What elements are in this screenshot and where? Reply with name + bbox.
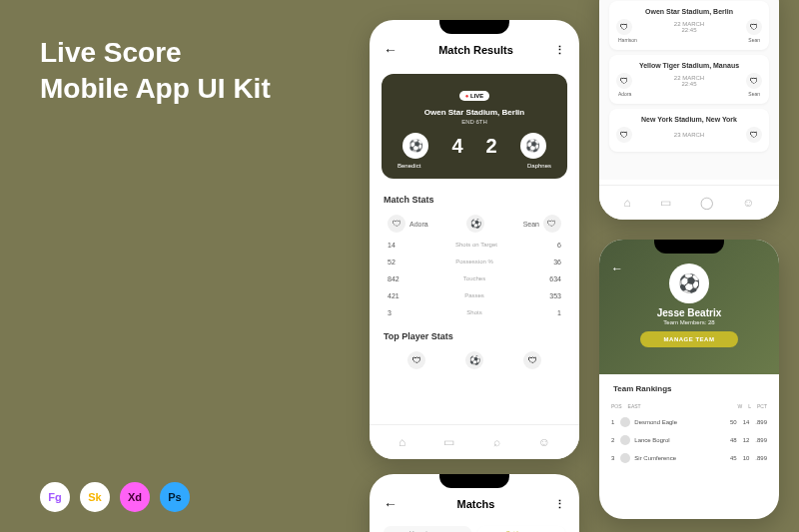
nav-profile-icon[interactable]: ☺ <box>538 435 550 449</box>
tab-mono-league[interactable]: Mono League <box>384 526 471 532</box>
rank-avatar-icon <box>620 435 630 445</box>
mc-time: 22:45 <box>674 81 704 87</box>
notch <box>654 240 724 254</box>
stat-label: Shots <box>466 309 481 316</box>
top-player-title: Top Player Stats <box>370 321 579 347</box>
col-w: W <box>737 403 742 409</box>
player-badge-icon: 🛡 <box>407 351 425 369</box>
stat-away: 634 <box>549 275 561 282</box>
home-team-name: Benedict <box>398 163 420 169</box>
back-icon[interactable]: ← <box>611 262 623 275</box>
rank-pct: .899 <box>755 455 767 461</box>
stats-home-name: Adora <box>409 221 428 228</box>
notch <box>439 474 509 488</box>
stat-label: Shots on Target <box>455 242 497 249</box>
mc-stadium: Yellow Tiger Stadium, Manaus <box>616 62 762 69</box>
stat-row: 421Passes353 <box>370 287 579 304</box>
team-members: Team Members: 28 <box>599 319 779 325</box>
stats-away-name: Sean <box>523 221 539 228</box>
stats-away-icon: 🛡 <box>543 215 561 233</box>
more-icon[interactable]: ⋮ <box>554 498 565 511</box>
profile-hero: ← ⚽ Jesse Beatrix Team Members: 28 MANAG… <box>599 240 779 374</box>
rank-l: 10 <box>743 455 750 461</box>
rank-pos: 1 <box>611 419 614 425</box>
away-team-name: Daphnes <box>527 163 551 169</box>
mc-home: Harrison <box>618 37 637 43</box>
mc-stadium: Owen Star Stadium, Berlin <box>616 8 762 15</box>
stats-center-icon: ⚽ <box>466 215 484 233</box>
stat-away: 6 <box>557 242 561 249</box>
match-period: END 6TH <box>392 119 557 125</box>
page-title: Live Score Mobile App UI Kit <box>40 35 271 108</box>
nav-search-icon[interactable]: ⌕ <box>493 435 500 449</box>
mc-away: Sean <box>748 91 760 97</box>
mc-date: 23 MARCH <box>674 132 704 138</box>
away-badge-icon: 🛡 <box>746 127 762 143</box>
stat-label: Possession % <box>455 259 493 266</box>
rank-w: 48 <box>730 437 737 443</box>
rank-name: Lance Bogrol <box>634 437 669 443</box>
match-card[interactable]: Yellow Tiger Stadium, Manaus🛡22 MARCH22:… <box>609 55 769 104</box>
profile-name: Jesse Beatrix <box>599 307 779 318</box>
nav-chat-icon[interactable]: ◯ <box>700 196 713 210</box>
stat-row: 3Shots1 <box>370 304 579 321</box>
stats-section-title: Match Stats <box>370 185 579 211</box>
live-badge: LIVE <box>459 91 490 101</box>
match-card[interactable]: Owen Star Stadium, Berlin🛡22 MARCH22:45🛡… <box>609 1 769 50</box>
player-badge-icon: 🛡 <box>523 351 541 369</box>
stat-away: 353 <box>549 292 561 299</box>
away-badge-icon: 🛡 <box>746 19 762 35</box>
rank-name: Desmond Eagle <box>634 419 677 425</box>
col-l: L <box>748 403 751 409</box>
rank-w: 45 <box>730 455 737 461</box>
mc-time: 22:45 <box>674 27 704 33</box>
stat-label: Passes <box>464 292 484 299</box>
back-icon[interactable]: ← <box>384 42 398 58</box>
nav-home-icon[interactable]: ⌂ <box>399 435 405 449</box>
stat-home: 52 <box>388 259 396 266</box>
home-score: 4 <box>451 135 462 158</box>
screen-matches: ← Matchs ⋮ Mono League Spi League New Yo… <box>370 474 579 532</box>
home-badge-icon: 🛡 <box>616 19 632 35</box>
stat-row: 52Possession %36 <box>370 254 579 270</box>
tab-spi-league[interactable]: Spi League <box>477 526 565 532</box>
match-card[interactable]: New York Stadium, New York🛡23 MARCH🛡 <box>609 109 769 152</box>
notch <box>439 20 509 34</box>
more-icon[interactable]: ⋮ <box>554 44 565 57</box>
col-east: EAST <box>628 403 732 409</box>
rank-avatar-icon <box>620 417 630 427</box>
rank-w: 50 <box>730 419 737 425</box>
rank-name: Sir Cumference <box>634 455 676 461</box>
tool-icons: Fg Sk Xd Ps <box>40 482 190 512</box>
live-score-card: LIVE Owen Star Stadium, Berlin END 6TH ⚽… <box>382 74 567 179</box>
home-badge-icon: ⚽ <box>402 133 428 159</box>
rank-row: 2Lance Bogrol4812.899 <box>599 431 779 449</box>
rank-l: 14 <box>743 419 750 425</box>
title-line-2: Mobile App UI Kit <box>40 71 271 107</box>
back-icon[interactable]: ← <box>384 496 398 512</box>
away-badge-icon: 🛡 <box>746 73 762 89</box>
rank-l: 12 <box>743 437 750 443</box>
away-score: 2 <box>485 135 496 158</box>
rankings-title: Team Rankings <box>599 374 779 399</box>
away-badge-icon: ⚽ <box>520 133 546 159</box>
photoshop-icon: Ps <box>160 482 190 512</box>
nav-calendar-icon[interactable]: ▭ <box>443 435 454 449</box>
home-badge-icon: 🛡 <box>616 73 632 89</box>
rank-avatar-icon <box>620 453 630 463</box>
bottom-nav: ⌂ ▭ ◯ ☺ <box>599 185 779 220</box>
rank-pct: .899 <box>755 437 767 443</box>
stat-row: 842Touches634 <box>370 270 579 287</box>
stat-home: 14 <box>388 242 396 249</box>
nav-profile-icon[interactable]: ☺ <box>742 196 754 210</box>
figma-icon: Fg <box>40 482 70 512</box>
stat-home: 842 <box>388 275 400 282</box>
nav-home-icon[interactable]: ⌂ <box>624 196 631 210</box>
stat-row: 14Shots on Target6 <box>370 237 579 254</box>
manage-team-button[interactable]: MANAGE TEAM <box>640 331 739 347</box>
title-line-1: Live Score <box>40 35 271 71</box>
rank-pos: 3 <box>611 455 614 461</box>
screen-match-list: Beatrix 20:00 Daphne Owen Star Stadium, … <box>599 0 779 220</box>
stat-home: 421 <box>388 292 400 299</box>
nav-calendar-icon[interactable]: ▭ <box>660 196 671 210</box>
